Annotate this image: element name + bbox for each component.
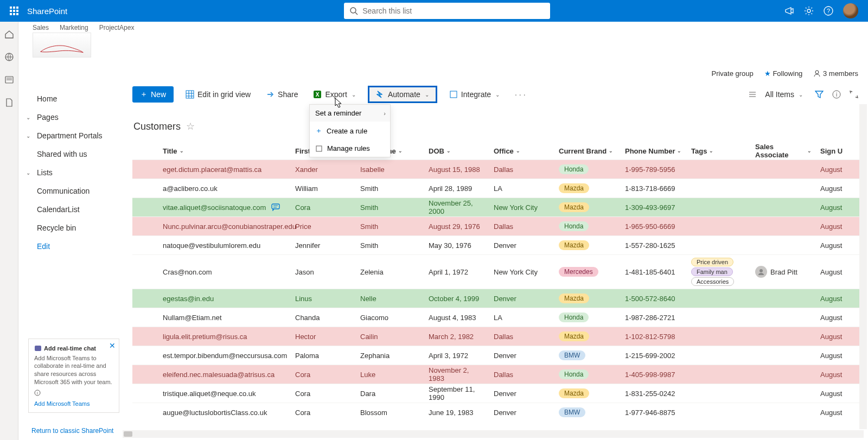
cell-signup: August: [816, 409, 848, 417]
cell-phone: 1-500-572-8640: [621, 295, 687, 303]
svg-rect-13: [186, 91, 194, 98]
col-signup[interactable]: Sign U: [816, 147, 848, 155]
breadcrumb: Sales Marketing ProjectApex: [33, 24, 134, 31]
horizontal-scrollbar[interactable]: [123, 430, 864, 438]
table-row[interactable]: natoque@vestibulumlorem.eduJenniferSmith…: [132, 235, 864, 254]
table-row[interactable]: Cras@non.comJasonZeleniaApril 1, 1972New…: [132, 254, 864, 289]
cell-title[interactable]: a@aclibero.co.uk: [158, 184, 291, 193]
promo-link[interactable]: Add Microsoft Teams: [34, 400, 113, 407]
table-row[interactable]: Nullam@Etiam.netChandaGiacomoAugust 4, 1…: [132, 308, 864, 327]
crumb-marketing[interactable]: Marketing: [60, 24, 88, 31]
cell-brand: Mazda: [554, 202, 621, 212]
table-row[interactable]: augue@luctuslobortisClass.co.ukCoraBloss…: [132, 403, 864, 422]
col-phone[interactable]: Phone Number⌄: [621, 147, 687, 155]
view-selector[interactable]: All Items⌄: [745, 88, 806, 101]
nav-communication[interactable]: Communication: [22, 182, 117, 200]
filter-icon[interactable]: [815, 90, 824, 99]
crumb-sales[interactable]: Sales: [33, 24, 49, 31]
cell-signup: August: [816, 222, 848, 231]
table-row[interactable]: vitae.aliquet@sociisnatoque.comCoraSmith…: [132, 197, 864, 216]
cell-title[interactable]: tristique.aliquet@neque.co.uk: [158, 390, 291, 398]
col-office[interactable]: Office⌄: [489, 147, 554, 155]
svg-rect-20: [450, 91, 457, 98]
cell-title[interactable]: eleifend.nec.malesuada@atrisus.ca: [158, 371, 291, 379]
nav-home[interactable]: Home: [22, 90, 117, 108]
col-title[interactable]: Title⌄: [158, 147, 291, 155]
search-input[interactable]: [344, 3, 550, 19]
globe-icon[interactable]: [4, 52, 14, 62]
cell-title[interactable]: est.tempor.bibendum@neccursusa.com: [158, 352, 291, 360]
app-launcher-icon[interactable]: [4, 1, 24, 21]
megaphone-icon[interactable]: [784, 6, 794, 16]
close-icon[interactable]: ✕: [109, 341, 116, 350]
nav-edit[interactable]: Edit: [22, 237, 117, 256]
cell-title[interactable]: eget.dictum.placerat@mattis.ca: [158, 165, 291, 174]
nav-lists[interactable]: ⌄Lists: [22, 163, 117, 182]
col-associate[interactable]: Sales Associate⌄: [751, 143, 816, 159]
dd-set-reminder[interactable]: Set a reminder›: [310, 105, 390, 122]
favorite-icon[interactable]: ☆: [186, 120, 195, 132]
col-tags[interactable]: Tags⌄: [687, 147, 751, 155]
edit-grid-button[interactable]: Edit in grid view: [182, 88, 254, 101]
table-row[interactable]: eleifend.nec.malesuada@atrisus.caCoraLuk…: [132, 365, 864, 384]
vertical-scrollbar[interactable]: [859, 104, 867, 429]
cell-title[interactable]: Nunc.pulvinar.arcu@conubianostraper.edu: [158, 222, 291, 231]
help-icon[interactable]: ?: [824, 6, 833, 16]
cell-firstname: Cora: [291, 390, 356, 398]
table-row[interactable]: tristique.aliquet@neque.co.ukCoraDaraSep…: [132, 384, 864, 403]
files-icon[interactable]: [4, 98, 14, 107]
cell-title[interactable]: egestas@in.edu: [158, 295, 291, 303]
nav-recycle-bin[interactable]: Recycle bin: [22, 219, 117, 237]
table-row[interactable]: ligula.elit.pretium@risus.caHectorCailin…: [132, 327, 864, 346]
nav-calendarlist[interactable]: CalendarList: [22, 200, 117, 219]
nav-shared-with-us[interactable]: Shared with us: [22, 145, 117, 163]
cell-tags: [687, 391, 751, 396]
cell-title[interactable]: ligula.elit.pretium@risus.ca: [158, 333, 291, 341]
info-icon[interactable]: i: [832, 90, 841, 99]
comment-icon[interactable]: [271, 203, 280, 211]
members-link[interactable]: 3 members: [813, 69, 858, 78]
automate-button[interactable]: Automate⌄: [368, 86, 437, 103]
table-row[interactable]: est.tempor.bibendum@neccursusa.comPaloma…: [132, 346, 864, 365]
cell-office: Dallas: [489, 371, 554, 379]
more-button[interactable]: · · ·: [512, 88, 528, 101]
dd-manage-rules[interactable]: Manage rules: [310, 140, 390, 157]
table-row[interactable]: eget.dictum.placerat@mattis.caXanderIsab…: [132, 160, 864, 178]
cell-title[interactable]: natoque@vestibulumlorem.edu: [158, 241, 291, 250]
cell-dob: April 3, 1972: [424, 352, 489, 360]
cell-firstname: Cora: [291, 409, 356, 417]
brand-label[interactable]: SharePoint: [27, 7, 67, 16]
cell-tags: [687, 334, 751, 339]
table-row[interactable]: egestas@in.eduLinusNelleOctober 4, 1999D…: [132, 289, 864, 308]
nav-department-portals[interactable]: ⌄Department Portals: [22, 126, 117, 145]
cell-dob: November 2, 1983: [424, 366, 489, 382]
expand-icon[interactable]: [850, 90, 858, 99]
follow-toggle[interactable]: ★ Following: [764, 69, 803, 78]
cell-lastname: Dara: [356, 390, 424, 398]
col-brand[interactable]: Current Brand⌄: [554, 147, 621, 155]
dd-create-rule[interactable]: ＋Create a rule: [310, 122, 390, 140]
user-avatar[interactable]: [843, 3, 858, 18]
new-button[interactable]: ＋New: [132, 86, 174, 103]
cell-firstname: Linus: [291, 295, 356, 303]
crumb-projectapex[interactable]: ProjectApex: [99, 24, 135, 31]
site-logo[interactable]: [33, 33, 91, 58]
col-dob[interactable]: DOB⌄: [424, 147, 489, 155]
cell-firstname: Hector: [291, 333, 356, 341]
news-icon[interactable]: [4, 75, 14, 85]
cell-signup: August: [816, 352, 848, 360]
cell-title[interactable]: Nullam@Etiam.net: [158, 314, 291, 322]
cell-title[interactable]: Cras@non.com: [158, 268, 291, 276]
cell-title[interactable]: augue@luctuslobortisClass.co.uk: [158, 409, 291, 417]
integrate-button[interactable]: Integrate⌄: [446, 88, 503, 101]
nav-pages[interactable]: ⌄Pages: [22, 108, 117, 126]
share-button[interactable]: Share: [263, 88, 301, 101]
settings-icon[interactable]: [804, 6, 814, 16]
return-classic-link[interactable]: Return to classic SharePoint: [31, 427, 113, 435]
table-row[interactable]: Nunc.pulvinar.arcu@conubianostraper.eduP…: [132, 216, 864, 235]
cell-title[interactable]: vitae.aliquet@sociisnatoque.com: [158, 203, 291, 212]
svg-rect-28: [272, 204, 279, 209]
home-icon[interactable]: [4, 29, 14, 39]
table-row[interactable]: a@aclibero.co.ukWilliamSmithApril 28, 19…: [132, 178, 864, 197]
cell-brand: Honda: [554, 164, 621, 174]
